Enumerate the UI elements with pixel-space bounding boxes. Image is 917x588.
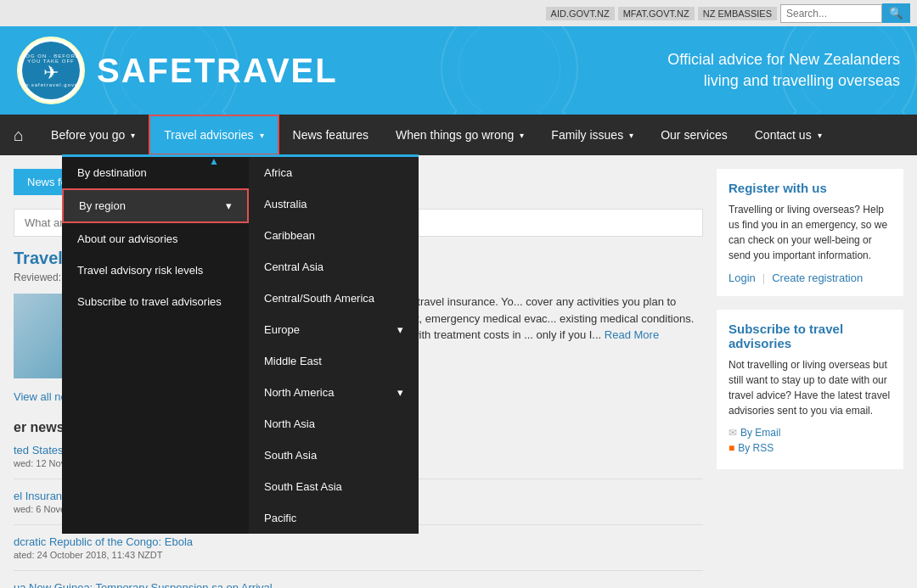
travel-advisories-arrow: ▾	[260, 131, 264, 140]
logo-inner: LOG ON · BEFORE YOU TAKE OFF ✈ www.safet…	[22, 42, 80, 99]
top-search-form: 🔍	[780, 3, 910, 23]
nav-bar: ⌂ Before you go ▾ Travel advisories ▾ Ne…	[0, 115, 917, 155]
when-things-arrow: ▾	[520, 131, 524, 140]
news-item-title[interactable]: dcratic Republic of the Congo: Ebola	[14, 535, 703, 548]
about-advisories-item[interactable]: About our advisories	[62, 223, 249, 255]
by-region-item[interactable]: By region ▾	[62, 188, 249, 223]
before-you-go-arrow: ▾	[131, 131, 135, 140]
rss-icon: ■	[729, 442, 734, 454]
nav-before-you-go[interactable]: Before you go ▾	[37, 115, 149, 155]
nav-wrapper: ⌂ Before you go ▾ Travel advisories ▾ Ne…	[0, 115, 917, 155]
list-item: dcratic Republic of the Congo: Ebola ate…	[14, 535, 703, 571]
europe-arrow: ▾	[397, 323, 403, 336]
region-north-asia[interactable]: North Asia	[249, 408, 419, 440]
north-america-arrow: ▾	[397, 386, 403, 399]
region-central-asia[interactable]: Central Asia	[249, 251, 419, 283]
create-registration-link[interactable]: Create registration	[772, 272, 863, 284]
nav-when-things-go-wrong[interactable]: When things go wrong ▾	[382, 115, 537, 155]
aid-govt-link[interactable]: AID.GOVT.NZ	[546, 7, 615, 20]
mfat-govt-link[interactable]: MFAT.GOVT.NZ	[618, 7, 695, 20]
email-icon: ✉	[729, 427, 737, 439]
travel-advisories-menu: By destination By region ▾ About our adv…	[62, 154, 249, 534]
site-header: LOG ON · BEFORE YOU TAKE OFF ✈ www.safet…	[0, 26, 917, 115]
subscribe-rss-link[interactable]: ■ By RSS	[729, 442, 892, 454]
contact-us-arrow: ▾	[818, 131, 822, 140]
login-link[interactable]: Login	[729, 272, 756, 284]
register-text: Travelling or living overseas? Help us f…	[729, 202, 892, 263]
header-tagline: Official advice for New Zealanders livin…	[667, 49, 900, 92]
nav-travel-advisories[interactable]: Travel advisories ▾	[149, 115, 278, 155]
nav-contact-us[interactable]: Contact us ▾	[741, 115, 835, 155]
subscribe-title: Subscribe to travel advisories	[729, 322, 892, 350]
region-africa[interactable]: Africa	[249, 157, 419, 188]
region-submenu: Africa Australia Caribbean Central Asia …	[249, 154, 419, 534]
region-europe[interactable]: Europe ▾	[249, 314, 419, 345]
read-more-link[interactable]: Read More	[605, 328, 659, 341]
subscribe-links: ✉ By Email ■ By RSS	[729, 427, 892, 454]
news-item-title[interactable]: ua New Guinea: Temporary Suspension sa o…	[14, 581, 703, 588]
subscribe-text: Not travelling or living overseas but st…	[729, 357, 892, 418]
nav-our-services[interactable]: Our services	[647, 115, 741, 155]
region-middle-east[interactable]: Middle East	[249, 345, 419, 377]
register-box: Register with us Travelling or living ov…	[717, 169, 903, 296]
sidebar: Register with us Travelling or living ov…	[717, 169, 903, 588]
nz-embassies-link[interactable]: NZ EMBASSIES	[698, 7, 777, 20]
risk-levels-item[interactable]: Travel advisory risk levels	[62, 255, 249, 286]
region-central-south-america[interactable]: Central/South America	[249, 283, 419, 314]
list-item: ua New Guinea: Temporary Suspension sa o…	[14, 581, 703, 588]
nav-news-features[interactable]: News features	[279, 115, 382, 155]
family-issues-arrow: ▾	[629, 131, 633, 140]
region-australia[interactable]: Australia	[249, 188, 419, 220]
by-destination-item[interactable]: By destination	[62, 157, 249, 188]
region-caribbean[interactable]: Caribbean	[249, 220, 419, 251]
top-search-input[interactable]	[780, 4, 882, 23]
logo-circle: LOG ON · BEFORE YOU TAKE OFF ✈ www.safet…	[17, 36, 85, 104]
register-title: Register with us	[729, 181, 892, 195]
subscribe-advisories-item[interactable]: Subscribe to travel advisories	[62, 286, 249, 317]
logo-area: LOG ON · BEFORE YOU TAKE OFF ✈ www.safet…	[17, 36, 338, 104]
region-south-asia[interactable]: South Asia	[249, 440, 419, 471]
region-pacific[interactable]: Pacific	[249, 502, 419, 534]
nav-family-issues[interactable]: Family issues ▾	[537, 115, 647, 155]
region-north-america[interactable]: North America ▾	[249, 377, 419, 408]
by-region-arrow: ▾	[226, 199, 232, 212]
site-name: SAFETRAVEL	[97, 52, 338, 90]
subscribe-email-link[interactable]: ✉ By Email	[729, 427, 892, 439]
nav-home[interactable]: ⌂	[0, 115, 37, 155]
travel-advisories-dropdown: By destination By region ▾ About our adv…	[62, 154, 419, 534]
region-south-east-asia[interactable]: South East Asia	[249, 471, 419, 502]
top-bar: AID.GOVT.NZ MFAT.GOVT.NZ NZ EMBASSIES 🔍	[0, 0, 917, 26]
subscribe-box: Subscribe to travel advisories Not trave…	[717, 310, 903, 469]
top-search-button[interactable]: 🔍	[882, 3, 910, 23]
news-item-meta: ated: 24 October 2018, 11:43 NZDT	[14, 550, 703, 560]
register-links: Login | Create registration	[729, 272, 892, 284]
